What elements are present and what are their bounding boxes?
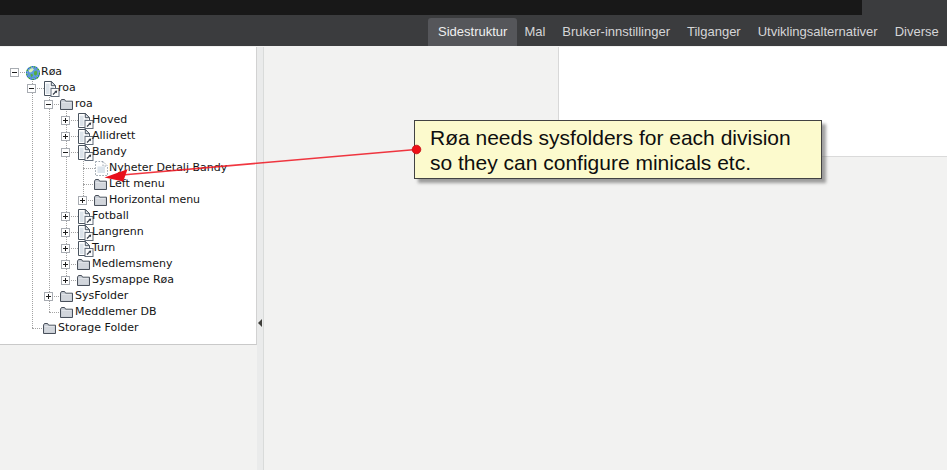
tab-bruker-innstillinger[interactable]: Bruker-innstillinger — [562, 18, 670, 46]
page-shortcut-icon — [75, 240, 92, 256]
panel-splitter[interactable] — [257, 47, 264, 470]
collapse-node-button[interactable] — [61, 148, 70, 157]
tree-node-turn[interactable]: Turn — [0, 240, 256, 256]
tree-node-hoved[interactable]: Hoved — [0, 112, 256, 128]
expand-node-button[interactable] — [61, 276, 70, 285]
site-tree-panel: RøaroaroaHovedAllidrettBandyNyheter Deta… — [0, 47, 257, 345]
tree-node-label: Hoved — [92, 112, 127, 128]
tree-node-label: Sysmappe Røa — [92, 272, 174, 288]
collapse-node-button[interactable] — [10, 68, 19, 77]
tree-node-roa[interactable]: roa — [0, 80, 256, 96]
tree-node-label: Medlemsmeny — [92, 256, 172, 272]
page-shortcut-icon — [75, 128, 92, 144]
folder-icon — [92, 192, 109, 208]
tree-node-label: roa — [58, 80, 76, 96]
tree-node-langrenn[interactable]: Langrenn — [0, 224, 256, 240]
tree-node-medlemsmeny[interactable]: Medlemsmeny — [0, 256, 256, 272]
expand-node-button[interactable] — [61, 228, 70, 237]
tab-bar-tabs: SidestrukturMalBruker-innstillingerTilga… — [438, 18, 939, 46]
expand-node-button[interactable] — [61, 132, 70, 141]
tree-node-label: Røa — [41, 64, 62, 80]
tree-node-label: Left menu — [109, 176, 165, 192]
tree-node-label: Nyheter Detalj Bandy — [109, 160, 227, 176]
tree-node-label: Meddlemer DB — [75, 304, 157, 320]
tree-node-storage-folder[interactable]: Storage Folder — [0, 320, 256, 336]
tree-node-sysfolder[interactable]: SysFolder — [0, 288, 256, 304]
tab-sidestruktur[interactable]: Sidestruktur — [428, 18, 517, 46]
expand-node-button[interactable] — [61, 212, 70, 221]
tree-node-label: Langrenn — [92, 224, 144, 240]
window-title-bar — [0, 0, 862, 15]
annotation-note: Røa needs sysfolders for each division s… — [414, 120, 822, 179]
page-shortcut-icon — [75, 224, 92, 240]
tree-node-label: Allidrett — [92, 128, 135, 144]
expand-node-button[interactable] — [44, 292, 53, 301]
tree-node-label: Turn — [92, 240, 115, 256]
tree-node-meddlemer-db[interactable]: Meddlemer DB — [0, 304, 256, 320]
expand-node-button[interactable] — [78, 196, 87, 205]
tab-tilganger[interactable]: Tilganger — [687, 18, 741, 46]
folder-icon — [92, 176, 109, 192]
folder-icon — [58, 96, 75, 112]
expand-node-button[interactable] — [61, 116, 70, 125]
tab-utviklingsalternativer[interactable]: Utviklingsalternativer — [758, 18, 878, 46]
tab-diverse[interactable]: Diverse — [895, 18, 939, 46]
folder-icon — [58, 304, 75, 320]
top-tab-bar: SidestrukturMalBruker-innstillingerTilga… — [0, 0, 947, 46]
tree-node-label: Fotball — [92, 208, 129, 224]
tab-mal[interactable]: Mal — [524, 18, 545, 46]
site-tree: RøaroaroaHovedAllidrettBandyNyheter Deta… — [0, 47, 256, 344]
tree-node-label: roa — [75, 96, 93, 112]
tree-node-r-a[interactable]: Røa — [0, 64, 256, 80]
expand-node-button[interactable] — [61, 244, 70, 253]
expand-node-button[interactable] — [61, 260, 70, 269]
page-shortcut-icon — [75, 144, 92, 160]
tree-node-label: SysFolder — [75, 288, 128, 304]
tree-node-nyheter-detalj-bandy[interactable]: Nyheter Detalj Bandy — [0, 160, 256, 176]
tree-node-label: Storage Folder — [58, 320, 139, 336]
tree-node-fotball[interactable]: Fotball — [0, 208, 256, 224]
tree-node-roa[interactable]: roa — [0, 96, 256, 112]
tree-node-label: Horizontal menu — [109, 192, 200, 208]
annotation-text-line1: Røa needs sysfolders for each division — [430, 125, 821, 150]
folder-icon — [75, 256, 92, 272]
folder-icon — [58, 288, 75, 304]
placeholder-page-icon — [92, 160, 109, 176]
folder-icon — [75, 272, 92, 288]
tree-node-label: Bandy — [92, 144, 127, 160]
site-globe-icon — [24, 64, 41, 80]
tree-node-allidrett[interactable]: Allidrett — [0, 128, 256, 144]
folder-icon — [41, 320, 58, 336]
tree-node-sysmappe-r-a[interactable]: Sysmappe Røa — [0, 272, 256, 288]
tree-node-left-menu[interactable]: Left menu — [0, 176, 256, 192]
annotation-text-line2: so they can configure minicals etc. — [430, 150, 821, 175]
page-shortcut-icon — [75, 208, 92, 224]
page-shortcut-icon — [41, 80, 58, 96]
tree-node-bandy[interactable]: Bandy — [0, 144, 256, 160]
tree-node-horizontal-menu[interactable]: Horizontal menu — [0, 192, 256, 208]
collapse-node-button[interactable] — [44, 100, 53, 109]
collapse-node-button[interactable] — [27, 84, 36, 93]
page-shortcut-icon — [75, 112, 92, 128]
collapse-panel-arrow-icon[interactable] — [258, 319, 262, 327]
